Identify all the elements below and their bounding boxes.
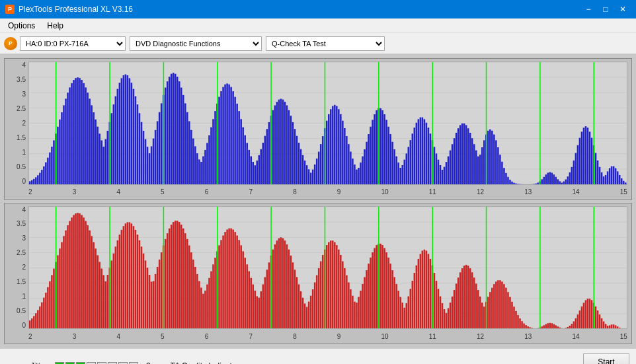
bottom-panel: Jitter: 2 Peak Shift: (0, 348, 636, 364)
ta-quality-label: TA Quality Indicator: (171, 361, 241, 365)
y-label-1: 1 (22, 149, 26, 156)
minimize-button[interactable]: − (580, 3, 596, 15)
top-chart-container: 4 3.5 3 2.5 2 1.5 1 0.5 0 2 3 4 5 6 7 8 … (4, 58, 632, 200)
maximize-button[interactable]: □ (598, 3, 614, 15)
title-bar-controls: − □ ✕ (580, 3, 631, 15)
y-label-2-5: 2.5 (17, 105, 26, 112)
bottom-chart-inner (28, 206, 627, 330)
y-label-3: 3 (22, 91, 26, 98)
top-chart-y-labels: 4 3.5 3 2.5 2 1.5 1 0.5 0 (6, 61, 27, 185)
y-label-0-5: 0.5 (17, 163, 26, 170)
drive-select[interactable]: HA:0 ID:0 PX-716A (20, 36, 126, 51)
y-label-0b: 0 (22, 322, 26, 329)
device-icon: P (4, 37, 17, 50)
bottom-chart-canvas (29, 207, 627, 329)
start-button[interactable]: Start (583, 353, 629, 365)
y-label-0: 0 (22, 178, 26, 185)
y-label-3b: 3 (22, 235, 26, 242)
y-label-4b: 4 (22, 206, 26, 213)
window-title: PlexTools Professional XL V3.16 (19, 5, 133, 14)
top-chart-inner (28, 61, 627, 185)
test-select[interactable]: Q-Check TA Test (266, 36, 385, 51)
menu-help[interactable]: Help (42, 20, 69, 32)
jitter-row: Jitter: 2 (7, 361, 151, 365)
y-label-4: 4 (22, 61, 26, 69)
y-label-0-5b: 0.5 (17, 307, 26, 314)
ta-section: TA Quality Indicator: Not Good (171, 361, 241, 365)
function-select[interactable]: DVD Diagnostic Functions (130, 36, 262, 51)
y-label-1b: 1 (22, 293, 26, 300)
top-chart-x-labels: 2 3 4 5 6 7 8 9 10 11 12 13 14 15 (28, 186, 627, 198)
jitter-value: 2 (146, 361, 151, 365)
y-label-1-5: 1.5 (17, 134, 26, 141)
toolbar: P HA:0 ID:0 PX-716A DVD Diagnostic Funct… (0, 33, 636, 54)
title-bar-left: P PlexTools Professional XL V3.16 (5, 5, 133, 14)
bottom-chart-x-labels: 2 3 4 5 6 7 8 9 10 11 12 13 14 15 (28, 330, 627, 342)
main-content: 4 3.5 3 2.5 2 1.5 1 0.5 0 2 3 4 5 6 7 8 … (0, 54, 636, 348)
menu-options[interactable]: Options (3, 20, 40, 32)
y-label-3-5b: 3.5 (17, 220, 26, 227)
bottom-chart-container: 4 3.5 3 2.5 2 1.5 1 0.5 0 2 3 4 5 6 7 8 … (4, 203, 632, 345)
jitter-label: Jitter: (7, 361, 50, 365)
y-label-2-5b: 2.5 (17, 249, 26, 256)
close-button[interactable]: ✕ (615, 3, 631, 15)
y-label-2: 2 (22, 120, 26, 127)
top-chart-canvas (29, 62, 627, 184)
y-label-1-5b: 1.5 (17, 278, 26, 285)
device-selector: P HA:0 ID:0 PX-716A (4, 36, 126, 51)
title-bar: P PlexTools Professional XL V3.16 − □ ✕ (0, 0, 636, 18)
start-section: Start i (583, 353, 629, 365)
menu-bar: Options Help (0, 18, 636, 33)
app-icon: P (5, 5, 15, 14)
metrics-section: Jitter: 2 Peak Shift: (7, 361, 151, 365)
y-label-2b: 2 (22, 264, 26, 271)
y-label-3-5: 3.5 (17, 76, 26, 83)
bottom-chart-y-labels: 4 3.5 3 2.5 2 1.5 1 0.5 0 (6, 206, 27, 330)
